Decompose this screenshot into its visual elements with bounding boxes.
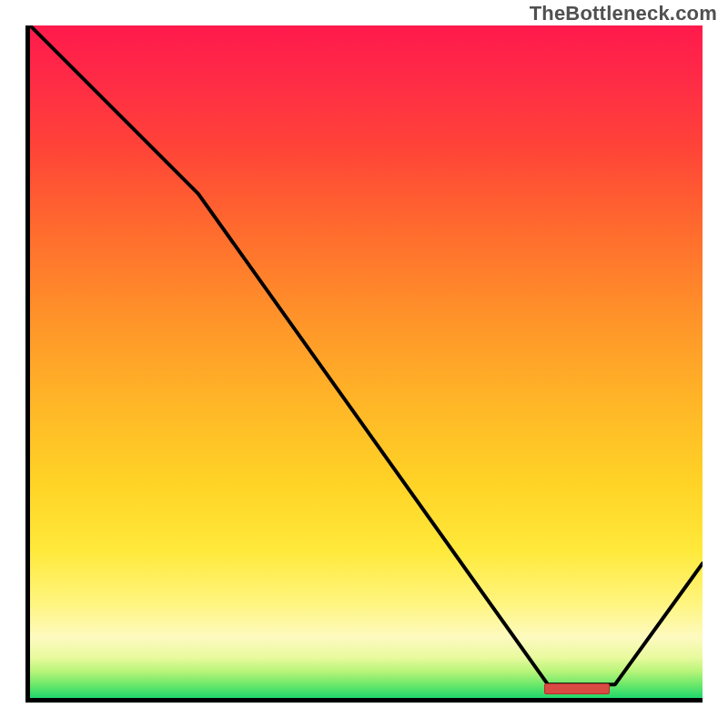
curve-path — [30, 25, 703, 684]
plot-area — [25, 25, 703, 703]
curve-svg — [30, 25, 703, 698]
chart-wrap: TheBottleneck.com — [0, 0, 728, 728]
watermark-text: TheBottleneck.com — [530, 2, 717, 25]
annotation-marker — [544, 683, 610, 694]
